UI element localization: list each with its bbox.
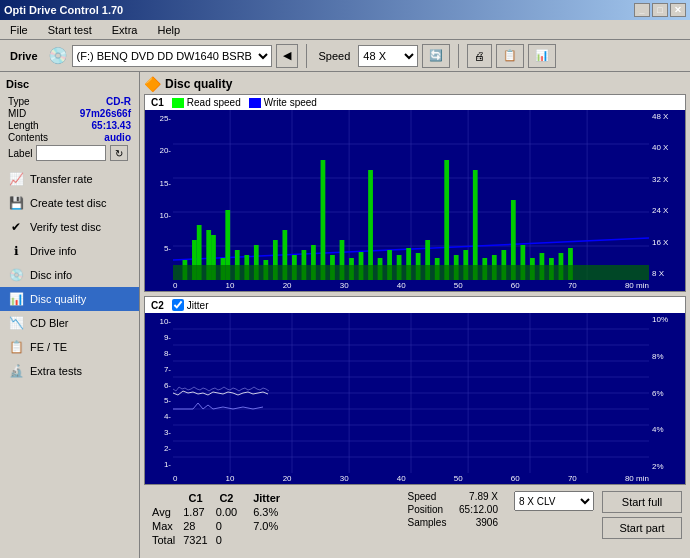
speed-select-area: 8 X CLV — [514, 491, 594, 511]
avg-label: Avg — [148, 505, 179, 519]
contents-value: audio — [104, 132, 131, 143]
sidebar-item-extra-tests[interactable]: 🔬 Extra tests — [0, 359, 139, 383]
title-bar: Opti Drive Control 1.70 _ □ ✕ — [0, 0, 690, 20]
label-input[interactable] — [36, 145, 106, 161]
sidebar-item-fe-te[interactable]: 📋 FE / TE — [0, 335, 139, 359]
toolbar: Drive 💿 (F:) BENQ DVD DD DW1640 BSRB ◀ S… — [0, 40, 690, 72]
chart1-svg — [173, 110, 649, 280]
fe-te-label: FE / TE — [30, 341, 67, 353]
legend-jitter: Jitter — [172, 299, 209, 311]
samples-value: 3906 — [476, 517, 498, 528]
position-label: Position — [407, 504, 443, 515]
drive-info-icon: ℹ — [8, 243, 24, 259]
menu-file[interactable]: File — [4, 22, 34, 38]
position-value: 65:12.00 — [459, 504, 498, 515]
start-full-button[interactable]: Start full — [602, 491, 682, 513]
col-c2: C2 — [212, 491, 241, 505]
type-value: CD-R — [106, 96, 131, 107]
toolbar-btn-2[interactable]: 🖨 — [467, 44, 492, 68]
start-part-button[interactable]: Start part — [602, 517, 682, 539]
drive-label: Drive — [4, 50, 44, 62]
jitter-label: Jitter — [187, 300, 209, 311]
svg-rect-28 — [321, 160, 326, 280]
chart2-container: C2 Jitter 10- 9- 8- 7- 6- 5- 4- 3- 2- — [144, 296, 686, 485]
svg-rect-55 — [173, 265, 649, 280]
sidebar-item-verify-test-disc[interactable]: ✔ Verify test disc — [0, 215, 139, 239]
speed-label: Speed — [315, 50, 355, 62]
toolbar-btn-1[interactable]: 🔄 — [422, 44, 450, 68]
speed-info: Speed 7.89 X Position 65:12.00 Samples 3… — [407, 491, 498, 528]
menu-bar: File Start test Extra Help — [0, 20, 690, 40]
create-test-disc-icon: 💾 — [8, 195, 24, 211]
toolbar-separator — [306, 44, 307, 68]
chart1-y-axis: 25- 20- 15- 10- 5- — [145, 110, 173, 280]
chart1-container: C1 Read speed Write speed 25- 20- 15- 10… — [144, 94, 686, 292]
menu-help[interactable]: Help — [151, 22, 186, 38]
toolbar-btn-3[interactable]: 📋 — [496, 44, 524, 68]
col-spacer — [241, 491, 249, 505]
disc-info-icon: 💿 — [8, 267, 24, 283]
close-button[interactable]: ✕ — [670, 3, 686, 17]
svg-rect-44 — [473, 170, 478, 280]
samples-label: Samples — [407, 517, 446, 528]
right-panel: 🔶 Disc quality C1 Read speed Write speed… — [140, 72, 690, 558]
jitter-checkbox[interactable] — [172, 299, 184, 311]
type-label: Type — [8, 96, 30, 107]
sidebar-item-create-test-disc[interactable]: 💾 Create test disc — [0, 191, 139, 215]
speed-select[interactable]: 48 X — [358, 45, 418, 67]
max-jitter: 7.0% — [249, 519, 284, 533]
speed-info-label: Speed — [407, 491, 436, 502]
speed-clv-select[interactable]: 8 X CLV — [514, 491, 594, 511]
extra-tests-icon: 🔬 — [8, 363, 24, 379]
chart-header: 🔶 Disc quality — [144, 76, 686, 92]
max-label: Max — [148, 519, 179, 533]
col-jitter: Jitter — [249, 491, 284, 505]
total-c1: 7321 — [179, 533, 211, 547]
cd-bler-label: CD Bler — [30, 317, 69, 329]
write-speed-color — [249, 98, 261, 108]
menu-start-test[interactable]: Start test — [42, 22, 98, 38]
menu-extra[interactable]: Extra — [106, 22, 144, 38]
window-controls: _ □ ✕ — [634, 3, 686, 17]
col-empty — [148, 491, 179, 505]
avg-c1: 1.87 — [179, 505, 211, 519]
verify-test-disc-label: Verify test disc — [30, 221, 101, 233]
chart1-x-axis: 0 10 20 30 40 50 60 70 80 min — [145, 280, 685, 291]
mid-value: 97m26s66f — [80, 108, 131, 119]
label-label: Label — [8, 148, 32, 159]
stats-table: C1 C2 Jitter Avg 1.87 0.00 6.3% Max 28 0 — [148, 491, 284, 547]
total-c2: 0 — [212, 533, 241, 547]
chart1-plot — [173, 110, 649, 280]
chart2-plot-wrapper: 10- 9- 8- 7- 6- 5- 4- 3- 2- 1- — [145, 313, 685, 473]
mid-label: MID — [8, 108, 26, 119]
speed-info-value: 7.89 X — [469, 491, 498, 502]
disc-section-label: Disc — [0, 76, 139, 92]
sidebar-item-drive-info[interactable]: ℹ Drive info — [0, 239, 139, 263]
drive-info-label: Drive info — [30, 245, 76, 257]
sidebar-item-disc-quality[interactable]: 📊 Disc quality — [0, 287, 139, 311]
sidebar-item-transfer-rate[interactable]: 📈 Transfer rate — [0, 167, 139, 191]
extra-tests-label: Extra tests — [30, 365, 82, 377]
chart2-label: C2 — [151, 300, 164, 311]
transfer-rate-label: Transfer rate — [30, 173, 93, 185]
chart2-x-axis: 0 10 20 30 40 50 60 70 80 min — [145, 473, 685, 484]
max-c2: 0 — [212, 519, 241, 533]
sidebar-item-cd-bler[interactable]: 📉 CD Bler — [0, 311, 139, 335]
legend-read-speed: Read speed — [172, 97, 241, 108]
toolbar-arrow-left[interactable]: ◀ — [276, 44, 298, 68]
length-label: Length — [8, 120, 39, 131]
drive-select[interactable]: (F:) BENQ DVD DD DW1640 BSRB — [72, 45, 272, 67]
minimize-button[interactable]: _ — [634, 3, 650, 17]
chart1-label: C1 — [151, 97, 164, 108]
write-speed-label: Write speed — [264, 97, 317, 108]
maximize-button[interactable]: □ — [652, 3, 668, 17]
toolbar-btn-4[interactable]: 📊 — [528, 44, 556, 68]
read-speed-color — [172, 98, 184, 108]
sidebar-item-disc-info[interactable]: 💿 Disc info — [0, 263, 139, 287]
chart2-y-axis: 10- 9- 8- 7- 6- 5- 4- 3- 2- 1- — [145, 313, 173, 473]
transfer-rate-icon: 📈 — [8, 171, 24, 187]
chart2-y-axis-right: 10% 8% 6% 4% 2% — [649, 313, 685, 473]
disc-info-label: Disc info — [30, 269, 72, 281]
sidebar: Disc Type CD-R MID 97m26s66f Length 65:1… — [0, 72, 140, 558]
label-refresh-button[interactable]: ↻ — [110, 145, 128, 161]
